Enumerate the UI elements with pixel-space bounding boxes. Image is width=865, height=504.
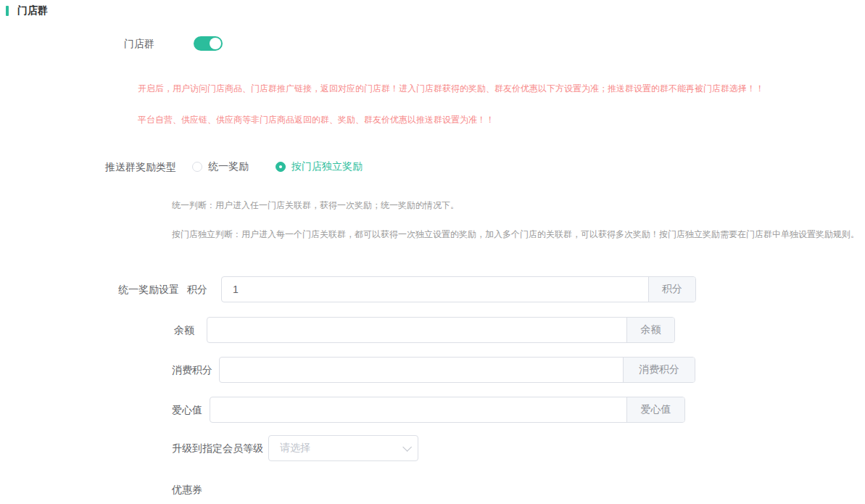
- coupon-field-label: 优惠券: [172, 482, 202, 497]
- points-input-group: 积分: [221, 276, 696, 302]
- balance-input-suffix: 余额: [626, 318, 674, 342]
- consume-points-field-label: 消费积分: [172, 357, 212, 383]
- chevron-down-icon: [402, 442, 412, 452]
- points-input[interactable]: [222, 277, 648, 302]
- love-value-input-group: 爱心值: [210, 397, 685, 423]
- toggle-knob-icon: [210, 38, 221, 49]
- balance-input[interactable]: [207, 318, 626, 342]
- balance-field-label: 余额: [174, 317, 194, 343]
- unified-reward-group-label: 统一奖励设置: [0, 276, 179, 302]
- store-group-label: 门店群: [0, 36, 176, 51]
- member-level-field-label: 升级到指定会员等级: [172, 435, 263, 461]
- radio-unified-reward-label: 统一奖励: [208, 160, 249, 173]
- store-group-toggle[interactable]: [194, 36, 223, 51]
- points-field-label: 积分: [187, 276, 207, 302]
- reward-type-label: 推送群奖励类型: [0, 156, 176, 178]
- consume-points-input[interactable]: [220, 358, 623, 382]
- consume-points-input-group: 消费积分: [219, 357, 695, 383]
- radio-checked-icon: [276, 162, 286, 172]
- love-value-input-suffix: 爱心值: [626, 397, 684, 422]
- member-level-select[interactable]: 请选择: [268, 435, 418, 461]
- reward-type-desc-1: 统一判断：用户进入任一门店关联群，获得一次奖励；统一奖励的情况下。: [172, 199, 459, 212]
- radio-unchecked-icon: [192, 162, 202, 172]
- love-value-input[interactable]: [210, 397, 626, 422]
- member-level-select-placeholder: 请选择: [280, 442, 402, 455]
- consume-points-input-suffix: 消费积分: [623, 358, 695, 382]
- warning-tip-2: 平台自营、供应链、供应商等非门店商品返回的群、奖励、群友价优惠以推送群设置为准！…: [138, 114, 494, 126]
- love-value-field-label: 爱心值: [172, 397, 202, 423]
- reward-type-radio-group: 统一奖励 按门店独立奖励: [192, 156, 389, 178]
- radio-unified-reward[interactable]: 统一奖励: [192, 160, 249, 173]
- points-input-suffix: 积分: [648, 277, 695, 302]
- radio-per-store-reward[interactable]: 按门店独立奖励: [276, 160, 363, 173]
- section-header: 门店群: [6, 4, 48, 17]
- warning-tip-1: 开启后，用户访问门店商品、门店群推广链接，返回对应的门店群！进入门店群获得的奖励…: [138, 83, 764, 95]
- reward-type-desc-2: 按门店独立判断：用户进入每一个门店关联群，都可以获得一次独立设置的奖励，加入多个…: [172, 228, 859, 241]
- section-accent-bar: [6, 6, 9, 16]
- section-title: 门店群: [17, 4, 48, 17]
- balance-input-group: 余额: [207, 317, 675, 343]
- radio-per-store-reward-label: 按门店独立奖励: [291, 160, 363, 173]
